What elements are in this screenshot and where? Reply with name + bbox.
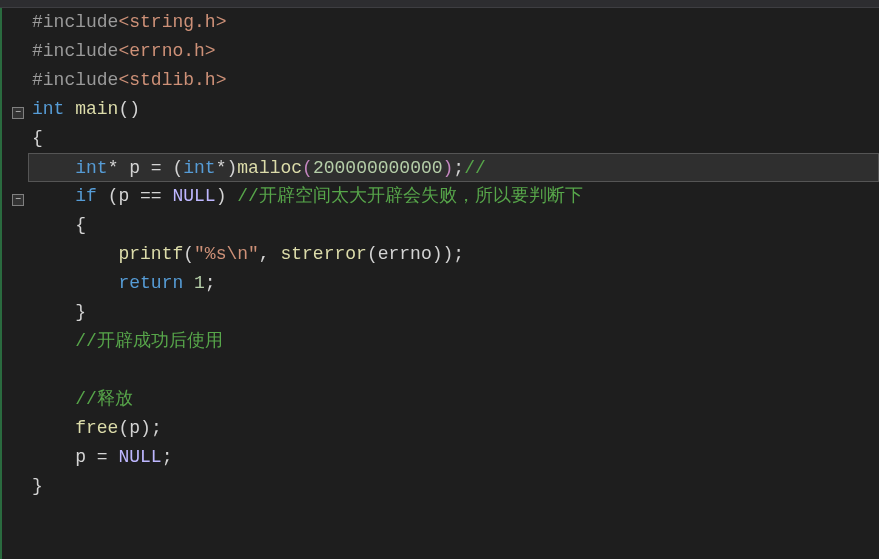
paren-token: () [118, 99, 140, 119]
preproc-token: #include [32, 41, 118, 61]
header-token: <errno.h> [118, 41, 215, 61]
code-line-current: int* p = (int*)malloc(200000000000);// [28, 153, 879, 182]
macro-token: NULL [172, 186, 215, 206]
code-line: free(p); [32, 414, 879, 443]
type-token: int [32, 99, 64, 119]
code-line: p = NULL; [32, 443, 879, 472]
code-line: } [32, 298, 879, 327]
func-token: malloc [237, 158, 302, 178]
keyword-token: return [118, 273, 194, 293]
brace-token: { [75, 215, 86, 235]
code-line: printf("%s\n", strerror(errno)); [32, 240, 879, 269]
code-line: #include<stdlib.h> [32, 66, 879, 95]
fold-toggle-main[interactable]: − [12, 107, 24, 119]
ident-token: p [129, 158, 151, 178]
header-token: <string.h> [118, 12, 226, 32]
editor-top-bar [0, 0, 879, 8]
code-line: #include<string.h> [32, 8, 879, 37]
comment-token: //开辟成功后使用 [75, 331, 223, 351]
comment-token: //释放 [75, 389, 133, 409]
fold-toggle-if[interactable]: − [12, 194, 24, 206]
code-line [32, 356, 879, 385]
preproc-token: #include [32, 70, 118, 90]
header-token: <stdlib.h> [118, 70, 226, 90]
number-token: 1 [194, 273, 205, 293]
func-token: strerror [280, 244, 366, 264]
string-token: "%s\n" [194, 244, 259, 264]
brace-token: } [75, 302, 86, 322]
number-token: 200000000000 [313, 158, 443, 178]
func-token: main [75, 99, 118, 119]
code-line: { [32, 124, 879, 153]
editor-wrap: − − #include<string.h> #include<errno.h>… [0, 8, 879, 559]
code-line: //释放 [32, 385, 879, 414]
code-line: return 1; [32, 269, 879, 298]
brace-token: } [32, 476, 43, 496]
color-margin [0, 8, 10, 559]
func-token: printf [118, 244, 183, 264]
macro-token: NULL [118, 447, 161, 467]
code-line: int main() [32, 95, 879, 124]
code-line: } [32, 472, 879, 501]
comment-token: // [464, 158, 486, 178]
preproc-token: #include [32, 12, 118, 32]
fold-gutter: − − [10, 8, 28, 559]
code-line: //开辟成功后使用 [32, 327, 879, 356]
brace-token: { [32, 128, 43, 148]
func-token: free [75, 418, 118, 438]
code-area[interactable]: #include<string.h> #include<errno.h> #in… [28, 8, 879, 559]
keyword-token: if [75, 186, 107, 206]
type-token: int [75, 158, 107, 178]
code-line: #include<errno.h> [32, 37, 879, 66]
code-line: if (p == NULL) //开辟空间太大开辟会失败，所以要判断下 [32, 182, 879, 211]
comment-token: //开辟空间太大开辟会失败，所以要判断下 [237, 186, 583, 206]
code-line: { [32, 211, 879, 240]
